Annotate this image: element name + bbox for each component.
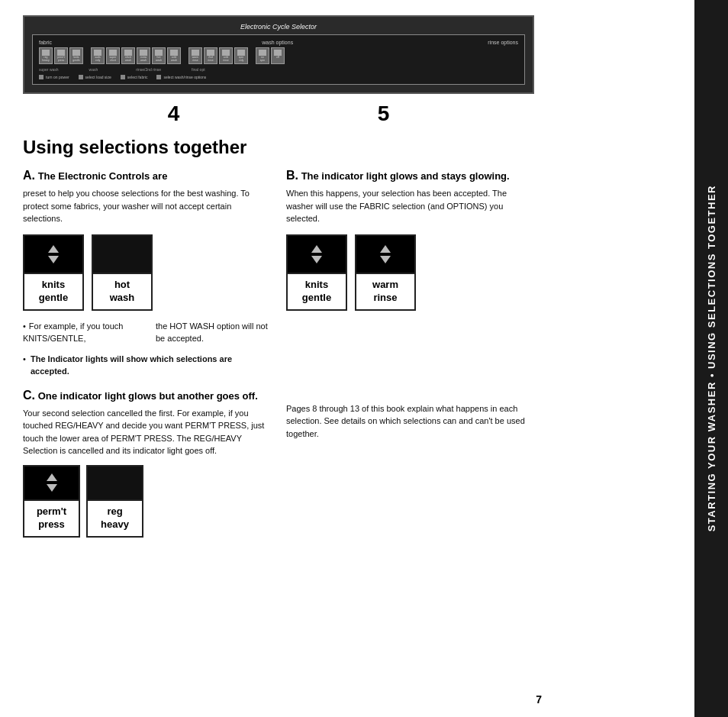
example-col-left: •For example, if you touch KNITS/GENTLE, — [23, 320, 140, 345]
wash-btn-1[interactable]: sudsonly — [91, 47, 105, 64]
wash-btn-6[interactable]: coldwash — [167, 47, 181, 64]
heavy-label: heavy — [101, 518, 129, 530]
hot-wash-button[interactable]: hot wash — [92, 234, 153, 311]
section-a-letter: A. — [23, 169, 35, 182]
gentle-label-2: gentle — [302, 292, 331, 303]
reg-label: reg — [107, 505, 122, 517]
fabric-buttons: regheavy perm'tpress knitsgentle — [39, 47, 83, 64]
rinse-btn-1[interactable]: warmrinse — [188, 47, 202, 64]
warm-rinse-button[interactable]: warm rinse — [355, 234, 416, 311]
sidebar-text: STARTING YOUR WASHER • USING SELECTIONS … — [706, 185, 717, 531]
bullet-2: The Indicator lights will show which sel… — [23, 353, 271, 378]
example-text: •For example, if you touch KNITS/GENTLE,… — [23, 320, 271, 345]
indicator-icon-2 — [306, 247, 327, 262]
arrow-up-2 — [311, 245, 322, 253]
section-c-letter: C. — [23, 389, 35, 402]
section-a-header: A. The Electronic Controls are — [23, 169, 271, 182]
permt-press-button[interactable]: perm't press — [23, 465, 80, 538]
rinse-buttons: warmrinse 2ndrinse coldrinse spinonly — [188, 47, 248, 64]
numbers-row: 4 5 — [23, 102, 534, 126]
final-buttons: nospin off — [256, 47, 285, 64]
reg-heavy-top — [88, 467, 142, 499]
fabric-btn-1[interactable]: regheavy — [39, 47, 53, 64]
dot-3 — [121, 75, 125, 79]
sublabel-super-wash: super wash — [39, 67, 59, 72]
knits-label-2: knits — [305, 279, 328, 290]
knits-gentle-label-2: knits gentle — [288, 273, 346, 309]
section-b-header-text: The indicator light glows and stays glow… — [301, 170, 510, 182]
two-col-layout: A. The Electronic Controls are preset to… — [23, 169, 534, 544]
wash-btn-2[interactable]: supershort — [106, 47, 120, 64]
arrow-up-1 — [48, 245, 59, 253]
arrow-down-2 — [311, 256, 322, 263]
number-4: 4 — [168, 102, 180, 126]
rinse-btn-2[interactable]: 2ndrinse — [204, 47, 217, 64]
sublabel-rinse: rinse/2nd rinse — [136, 67, 161, 72]
col-left: A. The Electronic Controls are preset to… — [23, 169, 271, 544]
arrow-down-1 — [48, 256, 59, 263]
warm-label: warm — [372, 279, 398, 290]
fabric-btn-3[interactable]: knitsgentle — [69, 47, 83, 64]
hot-wash-label: hot wash — [93, 273, 151, 309]
instr-3: select fabric — [127, 75, 148, 79]
hot-wash-top — [93, 236, 151, 273]
knits-gentle-button-2[interactable]: knits gentle — [286, 234, 347, 311]
section-b-header: B. The indicator light glows and stays g… — [286, 169, 534, 182]
warm-rinse-top — [356, 236, 414, 273]
selector-panel: Electronic Cycle Selector fabric wash op… — [23, 15, 534, 94]
arrow-up-4 — [380, 245, 391, 253]
sublabel-wash: wash — [89, 67, 98, 72]
sublabel-final: final opt — [192, 67, 205, 72]
button-pair-c: perm't press reg heavy — [23, 465, 271, 538]
bottom-instruction-row: turn on power select load size select fa… — [39, 75, 518, 79]
instr-2: select load size — [85, 75, 111, 79]
section-c-body: Your second selection cancelled the firs… — [23, 407, 271, 457]
wash-options-label: wash options — [262, 40, 293, 45]
dot-1 — [39, 75, 43, 79]
section-c-header: C. One indicator light glows but another… — [23, 389, 271, 402]
bullet-dot-1: • — [23, 321, 26, 331]
bottom-right-text: Pages 8 through 13 of this book explain … — [286, 402, 534, 441]
knits-label: knits — [42, 279, 65, 290]
knits-gentle-top — [24, 236, 82, 273]
gentle-label: gentle — [39, 292, 68, 303]
rinse-btn-3[interactable]: coldrinse — [219, 47, 233, 64]
knits-gentle-button[interactable]: knits gentle — [23, 234, 84, 311]
example-col-right: the HOT WASH option will not be accepted… — [156, 320, 271, 345]
wash-label: wash — [110, 292, 135, 303]
reg-heavy-button[interactable]: reg heavy — [86, 465, 143, 538]
section-c: C. One indicator light glows but another… — [23, 389, 271, 538]
fabric-btn-2[interactable]: perm'tpress — [54, 47, 68, 64]
permt-press-top — [24, 467, 79, 499]
indicator-icon-4 — [375, 247, 396, 262]
wash-btn-5[interactable]: hotwash — [152, 47, 166, 64]
rinse-label: rinse — [373, 292, 397, 303]
instr-1: turn on power — [46, 75, 69, 79]
page-number: 7 — [536, 693, 542, 706]
section-b-letter: B. — [286, 169, 298, 182]
arrow-down-4 — [380, 256, 391, 263]
dot-4 — [156, 75, 161, 79]
reg-heavy-label: reg heavy — [88, 499, 142, 536]
wash-btn-4[interactable]: extrawash — [137, 47, 150, 64]
permt-press-label: perm't press — [24, 499, 79, 536]
final-btn-1[interactable]: nospin — [256, 47, 269, 64]
col-right: B. The indicator light glows and stays g… — [286, 169, 534, 544]
rinse-btn-4[interactable]: spinonly — [234, 47, 248, 64]
instr-4: select wash/rinse options — [163, 75, 206, 79]
rinse-options-label: rinse options — [488, 40, 518, 45]
knits-gentle-label: knits gentle — [24, 273, 82, 309]
button-pair-ab: knits gentle hot wash — [23, 234, 271, 311]
permt-label: perm't — [37, 505, 66, 517]
sub-labels-row: super wash wash rinse/2nd rinse final op… — [39, 67, 518, 72]
fabric-label: fabric — [39, 40, 52, 45]
knits-gentle-top-2 — [288, 236, 346, 273]
press-label: press — [38, 518, 65, 530]
warm-rinse-label: warm rinse — [356, 273, 414, 309]
arrow-down-3 — [47, 484, 57, 492]
section-c-header-text: One indicator light glows but another go… — [38, 390, 258, 402]
main-heading: Using selections together — [23, 137, 534, 158]
wash-btn-3[interactable]: shortwash — [121, 47, 135, 64]
final-btn-2[interactable]: off — [271, 47, 285, 64]
section-a-body: preset to help you choose selections for… — [23, 187, 271, 225]
